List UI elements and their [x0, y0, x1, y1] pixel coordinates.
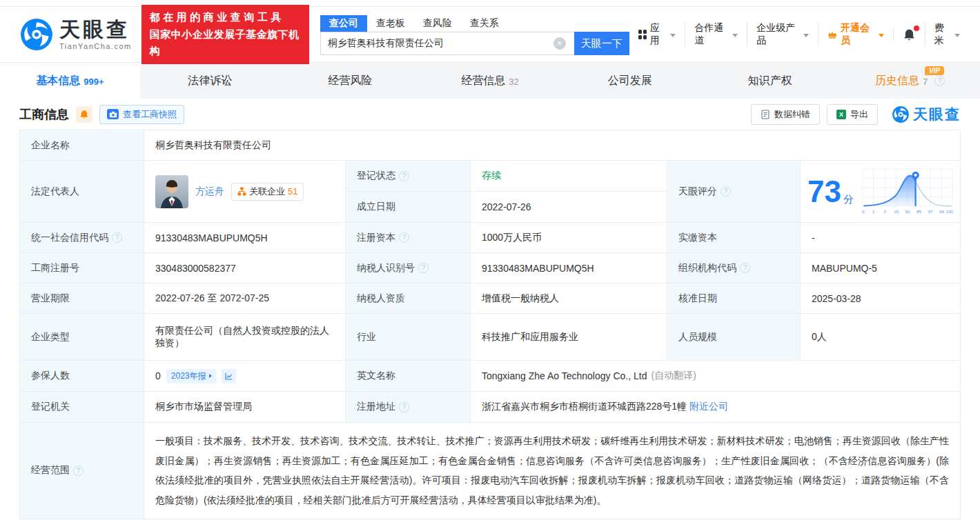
- nav-user-menu[interactable]: 费米: [925, 22, 969, 47]
- svg-text:97: 97: [928, 209, 933, 214]
- search-tab-company[interactable]: 查公司: [320, 15, 367, 32]
- trend-chart-icon[interactable]: [222, 369, 236, 383]
- view-snapshot-button[interactable]: 查看工商快照: [99, 105, 184, 124]
- nearby-companies-link[interactable]: 附近公司: [689, 401, 728, 413]
- monitor-bell-button[interactable]: [76, 106, 92, 123]
- org-code-value: MABUPUMQ-5: [801, 253, 960, 283]
- vip-badge: VIP: [925, 66, 944, 75]
- staff-size-value: 0人: [801, 314, 960, 360]
- data-correction-label: 数据纠错: [774, 108, 810, 121]
- section-title: 工商信息: [19, 106, 69, 123]
- snapshot-button-label: 查看工商快照: [123, 108, 177, 121]
- search-tab-risk[interactable]: 查风险: [414, 15, 461, 32]
- svg-text:1: 1: [872, 209, 875, 214]
- export-label: 导出: [850, 108, 868, 121]
- related-companies-badge[interactable]: 关联企业 51: [231, 183, 304, 201]
- nav-notifications[interactable]: [893, 28, 925, 41]
- username: 费米: [934, 22, 951, 47]
- tab-history-info[interactable]: VIP 历史信息 7: [840, 63, 980, 99]
- field-label: 纳税人资质: [346, 283, 471, 313]
- related-companies-count: 51: [288, 186, 297, 197]
- tab-label: 经营信息: [461, 74, 505, 88]
- help-icon[interactable]: [934, 76, 945, 86]
- search-tab-boss[interactable]: 查老板: [367, 15, 414, 32]
- help-icon[interactable]: [399, 402, 409, 412]
- field-label: 核准日期: [667, 283, 801, 313]
- field-label: 企业名称: [20, 130, 144, 160]
- tab-basic-info[interactable]: 基本信息 999+: [0, 63, 140, 99]
- score-value: 73分: [807, 177, 854, 207]
- brand-logo[interactable]: 天眼查 TianYanCha.com: [19, 17, 132, 52]
- nav-enterprise-products[interactable]: 企业级产品: [747, 22, 818, 47]
- reg-capital-value: 1000万人民币: [471, 223, 667, 252]
- table-row-company-name: 企业名称 桐乡哲奥科技有限责任公司: [20, 130, 960, 161]
- nav-vip-upgrade[interactable]: 开通会员: [818, 22, 893, 47]
- reg-status-value: 存续: [471, 161, 667, 191]
- field-label: 英文名称: [346, 361, 471, 391]
- tianyancha-logo-icon: [892, 106, 910, 123]
- field-label: 登记机关: [20, 392, 144, 422]
- legal-rep-cell: 方运舟 关联企业 51: [144, 161, 346, 222]
- field-label: 营业期限: [20, 283, 144, 313]
- tab-count: 32: [509, 77, 518, 87]
- table-row-reg-authority: 登记机关 桐乡市市场监督管理局 注册地址 浙江省嘉兴市桐乡市梧桐街道环城西路22…: [20, 392, 960, 423]
- help-icon[interactable]: [399, 171, 409, 181]
- help-icon[interactable]: [112, 232, 122, 243]
- help-icon[interactable]: [399, 232, 409, 243]
- svg-text:85: 85: [917, 209, 921, 214]
- export-button[interactable]: 导出: [827, 104, 878, 125]
- business-term-value: 2022-07-26 至 2072-07-25: [144, 283, 346, 313]
- tab-company-development[interactable]: 公司发展: [560, 63, 700, 99]
- field-label: 天眼评分: [667, 161, 801, 222]
- data-correction-button[interactable]: 数据纠错: [751, 104, 820, 125]
- chevron-down-icon: [732, 34, 738, 37]
- header: 天眼查 TianYanCha.com 都在用的商业查询工具 国家中小企业发展子基…: [0, 7, 980, 62]
- company-name-value: 桐乡哲奥科技有限责任公司: [144, 130, 960, 160]
- table-row-credit-code: 统一社会信用代码 91330483MABUPUMQ5H 注册资本 1000万人民…: [20, 223, 960, 253]
- tab-label: 基本信息: [36, 74, 80, 88]
- help-icon[interactable]: [740, 263, 750, 273]
- tab-business-info[interactable]: 经营信息 32: [420, 63, 560, 99]
- document-edit-icon: [761, 110, 770, 119]
- help-icon[interactable]: [721, 186, 731, 197]
- table-row-reg-number: 工商注册号 330483000582377 纳税人识别号 91330483MAB…: [20, 253, 960, 283]
- nav-partner[interactable]: 合作通道: [685, 22, 747, 47]
- insured-count-value: 0 2023年报: [144, 361, 346, 391]
- tab-legal-litigation[interactable]: 法律诉讼: [140, 63, 280, 99]
- reg-authority-value: 桐乡市市场监督管理局: [144, 392, 346, 422]
- field-label: 登记状态: [346, 161, 471, 191]
- help-icon[interactable]: [73, 466, 84, 476]
- field-label: 注册资本: [346, 223, 471, 252]
- annual-report-tag[interactable]: 2023年报: [166, 369, 217, 383]
- nav-apps[interactable]: 应用: [629, 22, 685, 47]
- tab-intellectual-property[interactable]: 知识产权: [700, 63, 840, 99]
- help-icon[interactable]: [418, 263, 429, 273]
- tab-count: 7: [923, 77, 928, 87]
- field-label: 注册地址: [346, 392, 471, 422]
- search-row: 天眼一下: [320, 32, 629, 55]
- notification-dot: [914, 26, 919, 31]
- legal-rep-avatar[interactable]: [155, 175, 188, 208]
- search-button[interactable]: 天眼一下: [574, 32, 629, 55]
- chevron-down-icon: [954, 34, 960, 37]
- tab-operation-risk[interactable]: 经营风险: [280, 63, 420, 99]
- tianyancha-company-page: 天眼查 TianYanCha.com 都在用的商业查询工具 国家中小企业发展子基…: [0, 0, 980, 520]
- search-tab-relation[interactable]: 查关系: [461, 15, 508, 32]
- clear-search-icon[interactable]: [553, 37, 566, 50]
- slogan-line2: 国家中小企业发展子基金旗下机构: [150, 26, 301, 61]
- score-axis-labels: 0 1 3 15 50 85 97 99 100: [862, 209, 953, 214]
- field-label: 纳税人识别号: [346, 253, 471, 283]
- nav-partner-label: 合作通道: [694, 22, 729, 47]
- search-input[interactable]: [320, 32, 574, 55]
- tab-label: 法律诉讼: [188, 74, 232, 88]
- status-date-block: 登记状态 存续 成立日期 2022-07-26: [346, 161, 667, 222]
- chevron-down-icon: [803, 34, 809, 37]
- apps-grid-icon: [638, 30, 647, 39]
- auto-translate-note: (自动翻译): [651, 370, 696, 382]
- legal-rep-name-link[interactable]: 方运舟: [195, 186, 224, 198]
- brand-domain: TianYanCha.com: [59, 42, 132, 50]
- nav-apps-label: 应用: [650, 22, 667, 47]
- svg-text:99: 99: [939, 209, 944, 214]
- slogan-line1: 都在用的商业查询工具: [150, 9, 301, 26]
- company-type-value: 有限责任公司（自然人投资或控股的法人独资）: [144, 314, 346, 360]
